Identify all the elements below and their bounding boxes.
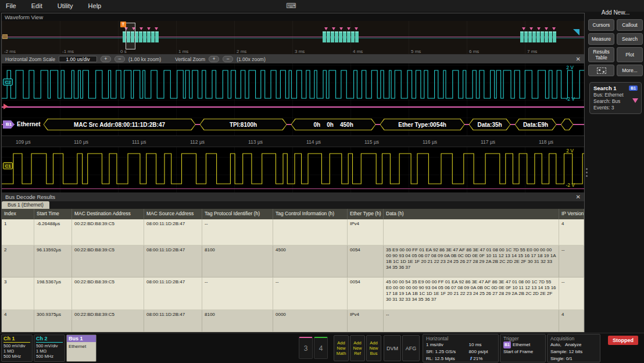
ch2-settings-tile[interactable]: Ch 2 500 mV/div1 MΩ500 MHz [34, 334, 65, 362]
acquisition-sample: Sample: 12 bits [550, 348, 597, 355]
horizontal-resolution: 800 ps/pt [469, 348, 495, 355]
h-zoom-minus-button[interactable]: − [115, 56, 125, 62]
results-tab-strip: Bus 1 (Ethernet) [2, 201, 584, 209]
ch4-tile[interactable]: 4 [314, 337, 328, 359]
zoomed-waveform-ch1[interactable]: 2 V -2 V C1 [2, 147, 584, 193]
add-new-math-button[interactable]: AddNewMath [334, 335, 349, 361]
table-cell: -- [273, 277, 348, 309]
bus1-badge[interactable]: B1 [3, 120, 15, 129]
add-new-sidebar: Add New... CursorsCalloutMeasureSearchRe… [588, 9, 643, 114]
column-header: Tag Protocol Identifier (h) [202, 209, 273, 219]
column-header: MAC Source Address [144, 209, 202, 219]
afg-button[interactable]: AFG [402, 335, 420, 361]
time-axis-label: 118 µs [539, 139, 553, 145]
bus-packet: Data:35h [469, 119, 511, 130]
add-new-plot-button[interactable]: Plot [617, 47, 643, 62]
table-cell: 45 00 00 54 35 E9 00 00 FF 01 EA 92 86 3… [384, 277, 559, 309]
table-cell: 4 [559, 310, 584, 332]
table-cell: 0054 [348, 245, 384, 277]
menu-item-file[interactable]: File [6, 2, 16, 9]
search-mark-icon [347, 27, 350, 30]
add-tile-line: Ref [354, 351, 361, 356]
overview-time-label: -1 ms [62, 49, 74, 54]
overview-baseline [2, 37, 584, 37]
table-cell: 0054 [348, 277, 384, 309]
add-new-cursors-button[interactable]: Cursors [588, 19, 614, 31]
ch2-waveform-trace [2, 68, 584, 102]
table-row[interactable]: 4300.9375µs00:22:BD:B8:39:C508:00:11:1D:… [2, 310, 584, 332]
search-mark-icon [355, 27, 358, 30]
tab-bus1-ethernet[interactable]: Bus 1 (Ethernet) [2, 201, 49, 209]
horizontal-settings-tile[interactable]: Horizontal 1 ms/div 10 ms SR: 1.25 GS/s … [423, 334, 499, 362]
draw-a-box-button[interactable] [588, 65, 614, 76]
packet-burst [520, 31, 556, 42]
burst-cell [147, 31, 151, 42]
keyboard-icon[interactable]: ⌨ [286, 2, 296, 10]
trigger-position-marker[interactable]: T [120, 22, 126, 27]
v-zoom-minus-button[interactable]: − [223, 56, 233, 62]
bus-packet: TPI:8100h [200, 119, 287, 130]
trigger-level-icon[interactable] [3, 104, 8, 109]
burst-cell [347, 31, 350, 42]
add-new-bus-button[interactable]: AddNewBus [366, 335, 381, 361]
ch2-badge[interactable]: C2 [3, 79, 13, 86]
burst-cell [545, 31, 548, 42]
waveform-overview[interactable]: T -2 ms-1 ms0 s1 ms2 ms3 ms4 ms5 ms6 ms7… [2, 21, 584, 55]
search1-panel[interactable]: Search 1 B1 Bus: EthernetSearch: BusEven… [589, 82, 642, 114]
bus1-settings-tile[interactable]: Bus 1 Ethernet [66, 334, 96, 362]
dvm-button[interactable]: DVM [384, 335, 401, 361]
trigger-level-line [2, 106, 584, 108]
channel-setting: 1 MΩ [36, 348, 63, 354]
menu-item-help[interactable]: Help [88, 2, 102, 9]
zoom-close-icon[interactable]: ✕ [576, 56, 581, 62]
table-row[interactable]: 3198.5367µs00:22:BD:B8:39:C508:00:11:1D:… [2, 277, 584, 310]
v-zoom-plus-button[interactable]: + [209, 56, 219, 62]
table-cell: 198.5367µs [34, 277, 72, 309]
time-axis-label: 116 µs [423, 139, 437, 145]
add-tile-line: Math [337, 351, 346, 356]
time-axis: 109 µs110 µs111 µs112 µs113 µs114 µs115 … [2, 136, 584, 147]
add-tile-line: New [369, 346, 378, 351]
menu-item-utility[interactable]: Utility [58, 2, 73, 9]
bus-packet: 0h 0h 450h [291, 119, 376, 130]
panel-splitter-handle[interactable] [585, 164, 588, 180]
waveform-view-title: Waveform View [2, 13, 584, 21]
results-table-body: 1-6.26488µs00:22:BD:B8:39:C508:00:11:1D:… [2, 219, 584, 332]
acquisition-title: Acquisition [550, 336, 597, 341]
utilization-icon: ⬆ [469, 356, 473, 361]
table-row[interactable]: 296.13592µs00:22:BD:B8:39:C508:00:11:1D:… [2, 245, 584, 277]
add-new-results-table-button[interactable]: Results Table [588, 47, 614, 62]
add-new-more-button[interactable]: More... [617, 65, 643, 76]
horizontal-scale: 1 ms/div [426, 341, 463, 348]
add-new-callout-button[interactable]: Callout [617, 19, 643, 31]
horizontal-title: Horizontal [426, 336, 495, 341]
add-new-search-button[interactable]: Search [617, 33, 643, 45]
table-cell: 00:22:BD:B8:39:C5 [72, 310, 144, 332]
menu-item-edit[interactable]: Edit [31, 2, 42, 9]
h-zoom-scale-label: Horizontal Zoom Scale [5, 56, 55, 62]
ch1-settings-tile[interactable]: Ch 1 500 mV/div1 MΩ500 MHz [1, 334, 33, 362]
burst-cell [541, 31, 544, 42]
trigger-position-flag-icon [573, 29, 579, 35]
burst-cell [331, 31, 334, 42]
burst-cell [520, 31, 524, 42]
table-cell: 0000 [273, 310, 348, 332]
zoomed-waveform-ch2[interactable]: 2 V -2 V C2 B1 Ethernet MAC Src Addr:08:… [2, 63, 584, 136]
acquisition-settings-tile[interactable]: Acquisition Auto, Analyze Sample: 12 bit… [547, 334, 600, 362]
overview-time-label: 6 ms [469, 49, 479, 54]
run-stop-button[interactable]: Stopped [608, 336, 638, 345]
add-new-measure-button[interactable]: Measure [588, 33, 614, 45]
search-mark-icon [552, 27, 556, 30]
ch3-tile[interactable]: 3 [299, 337, 313, 359]
h-zoom-plus-button[interactable]: + [101, 56, 111, 62]
burst-cell [524, 31, 528, 42]
trigger-settings-tile[interactable]: Trigger B1Ethernet Start of Frame [500, 334, 546, 362]
bus-packet-text: Ether Type:0054h [380, 119, 465, 130]
zoom-window-box[interactable] [126, 23, 135, 49]
ch1-badge[interactable]: C1 [3, 162, 13, 169]
h-zoom-scale-value[interactable]: 1.00 us/div [59, 56, 97, 62]
results-close-icon[interactable]: ✕ [576, 194, 581, 200]
table-row[interactable]: 1-6.26488µs00:22:BD:B8:39:C508:00:11:1D:… [2, 219, 584, 245]
add-new-ref-button[interactable]: AddNewRef [350, 335, 365, 361]
bus-packet: MAC Src Addr:08:00:11:1D:2B:47 [44, 119, 196, 130]
